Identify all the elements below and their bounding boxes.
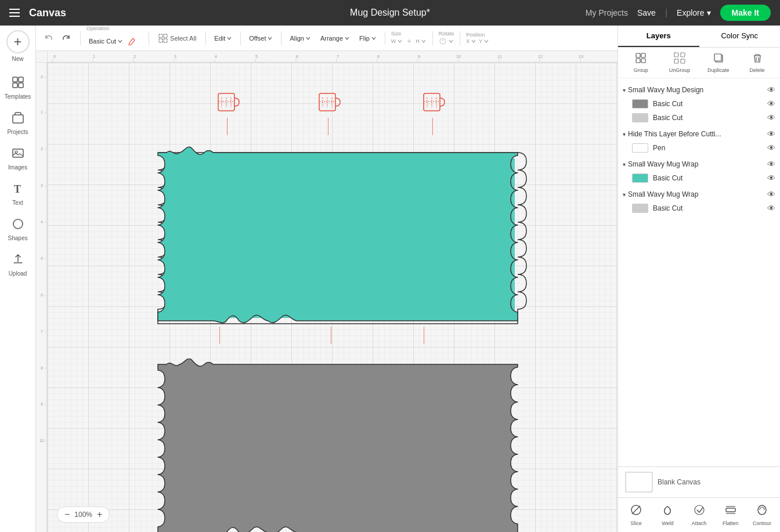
operation-value: Basic Cut — [89, 38, 116, 45]
mug-icon-3[interactable] — [419, 89, 449, 120]
toolbar-divider-5 — [281, 31, 281, 45]
edit-color-button[interactable] — [124, 33, 140, 49]
arrange-dropdown[interactable]: Arrange — [318, 34, 352, 43]
text-icon: T — [12, 182, 24, 197]
edit-dropdown[interactable]: Edit — [212, 34, 234, 43]
sidebar-item-shapes[interactable]: Shapes — [2, 213, 34, 246]
delete-button[interactable]: Delete — [739, 50, 775, 75]
explore-link[interactable]: Explore ▾ — [677, 8, 710, 17]
ruler-horizontal: 0 1 2 3 4 5 6 7 — [48, 51, 618, 63]
new-button[interactable]: + — [6, 30, 30, 53]
width-input[interactable]: W — [391, 37, 403, 45]
svg-rect-90 — [681, 59, 685, 63]
projects-icon — [12, 111, 24, 126]
offset-dropdown[interactable]: Offset — [247, 34, 275, 43]
sidebar-item-templates[interactable]: Templates — [2, 71, 34, 104]
make-it-button[interactable]: Make It — [720, 5, 771, 21]
sidebar-item-images[interactable]: Images — [2, 142, 34, 175]
hamburger-menu[interactable] — [9, 9, 20, 17]
eye-icon-3[interactable]: 👁 — [767, 160, 775, 169]
x-input[interactable]: X — [466, 38, 476, 44]
position-section: Position X Y — [466, 32, 489, 44]
gray-mug-wrap[interactable] — [123, 359, 552, 532]
layer-group-hide-header[interactable]: ▾ Hide This Layer Before Cutti... 👁 — [618, 127, 780, 141]
svg-point-6 — [15, 151, 17, 153]
layer-item-wrap-gray[interactable]: Basic Cut 👁 — [618, 201, 780, 215]
eye-icon-2a[interactable]: 👁 — [767, 143, 775, 153]
eye-icon-1[interactable]: 👁 — [767, 85, 775, 95]
svg-text:3: 3 — [174, 55, 176, 59]
zoom-out-button[interactable]: − — [64, 509, 70, 520]
flip-dropdown[interactable]: Flip — [357, 34, 379, 43]
svg-text:8: 8 — [377, 55, 380, 59]
nav-right: My Projects Save | Explore ▾ Make It — [586, 5, 771, 21]
attach-label: Attach — [692, 520, 707, 526]
svg-text:6: 6 — [296, 55, 298, 59]
layer-item-mug-design-1[interactable]: Basic Cut 👁 — [618, 97, 780, 111]
group-button[interactable]: Group — [623, 50, 659, 75]
eye-icon-3a[interactable]: 👁 — [767, 173, 775, 183]
duplicate-button[interactable]: Duplicate — [700, 50, 737, 75]
explore-chevron-icon: ▾ — [707, 8, 711, 17]
redo-button[interactable] — [58, 30, 74, 46]
y-input[interactable]: Y — [479, 38, 489, 44]
eye-icon-4a[interactable]: 👁 — [767, 204, 775, 213]
canvas-scroll[interactable]: − 100% + — [48, 63, 618, 532]
sidebar-item-text[interactable]: T Text — [2, 178, 34, 211]
group-icon — [635, 52, 647, 66]
layer-item-pen[interactable]: Pen 👁 — [618, 141, 780, 155]
new-label: New — [12, 56, 23, 62]
svg-rect-12 — [164, 39, 167, 42]
layer-item-mug-design-2[interactable]: Basic Cut 👁 — [618, 111, 780, 125]
teal-mug-wrap[interactable] — [123, 141, 552, 335]
zoom-controls: − 100% + — [57, 506, 110, 523]
layer-group-wrap-teal-header[interactable]: ▾ Small Wavy Mug Wrap 👁 — [618, 157, 780, 171]
attach-button[interactable]: Attach — [683, 500, 714, 530]
select-all-button[interactable]: Select All — [155, 32, 200, 44]
duplicate-label: Duplicate — [707, 67, 730, 73]
svg-text:8: 8 — [41, 366, 43, 370]
undo-button[interactable] — [41, 30, 57, 46]
operation-dropdown[interactable]: Basic Cut — [86, 32, 143, 50]
eye-icon-2[interactable]: 👁 — [767, 129, 775, 139]
layer-group-mug-design-header[interactable]: ▾ Small Wavy Mug Design 👁 — [618, 83, 780, 97]
eye-icon-1b[interactable]: 👁 — [767, 113, 775, 122]
tab-color-sync[interactable]: Color Sync — [699, 26, 781, 47]
top-nav: Canvas Mug Design Setup* My Projects Sav… — [0, 0, 780, 26]
svg-text:5: 5 — [41, 256, 43, 260]
toolbar-divider-1 — [80, 31, 81, 45]
mug-icon-1[interactable] — [214, 89, 244, 120]
toolbar-divider-4 — [240, 31, 241, 45]
layer-group-wrap-gray-header[interactable]: ▾ Small Wavy Mug Wrap 👁 — [618, 187, 780, 201]
eye-icon-1a[interactable]: 👁 — [767, 99, 775, 108]
ungroup-button[interactable]: UnGroup — [662, 50, 698, 75]
new-item[interactable]: + New — [6, 30, 30, 67]
panel-tabs: Layers Color Sync — [618, 26, 780, 48]
projects-label: Projects — [7, 129, 28, 135]
layer-item-wrap-teal[interactable]: Basic Cut 👁 — [618, 171, 780, 185]
chevron-icon-3: ▾ — [623, 161, 626, 168]
nav-divider: | — [665, 8, 667, 18]
mug-icon-2[interactable] — [315, 89, 345, 120]
chevron-icon-1: ▾ — [623, 87, 626, 93]
plus-icon: + — [13, 35, 21, 49]
rotate-input[interactable] — [439, 37, 454, 45]
sidebar-item-upload[interactable]: Upload — [2, 248, 34, 281]
slice-button[interactable]: Slice — [620, 500, 652, 530]
swatch-gray-wrap — [632, 204, 648, 213]
save-link[interactable]: Save — [637, 8, 656, 17]
flatten-button[interactable]: Flatten — [715, 500, 746, 530]
sidebar-item-projects[interactable]: Projects — [2, 107, 34, 140]
canvas-area: 0 1 2 3 4 5 6 7 — [36, 51, 618, 532]
svg-text:2: 2 — [133, 55, 136, 59]
my-projects-link[interactable]: My Projects — [586, 8, 628, 17]
align-dropdown[interactable]: Align — [287, 34, 313, 43]
height-input[interactable]: H — [416, 37, 427, 45]
weld-button[interactable]: Weld — [652, 500, 683, 530]
zoom-in-button[interactable]: + — [97, 509, 102, 520]
svg-rect-85 — [636, 59, 640, 63]
tab-layers[interactable]: Layers — [618, 26, 699, 47]
eye-icon-4[interactable]: 👁 — [767, 190, 775, 199]
upload-label: Upload — [9, 270, 27, 277]
contour-button[interactable]: Contour — [746, 500, 778, 530]
